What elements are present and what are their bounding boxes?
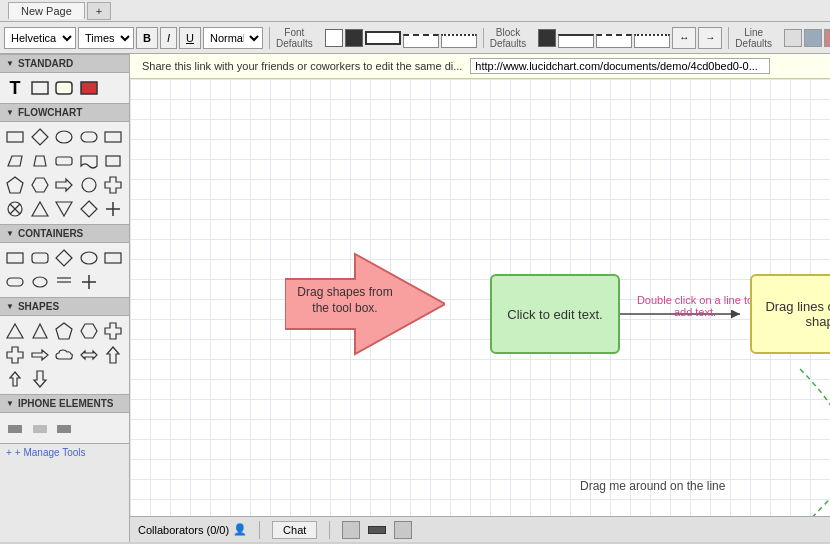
ct-oval[interactable] — [78, 247, 100, 269]
svg-rect-11 — [106, 156, 120, 166]
ct-rounded[interactable] — [29, 247, 51, 269]
arrow-shape[interactable]: Drag shapes from the tool box. — [285, 244, 445, 364]
fc-rect[interactable] — [4, 126, 26, 148]
fill-white-swatch[interactable] — [325, 29, 343, 47]
bold-button[interactable]: B — [136, 27, 158, 49]
fc-plus[interactable] — [102, 198, 124, 220]
fill-dark-swatch[interactable] — [345, 29, 363, 47]
fc-rect3[interactable] — [102, 150, 124, 172]
drag-me-label[interactable]: Drag me around on the line — [580, 479, 725, 493]
border-dashed-btn[interactable] — [403, 34, 439, 48]
line-color-swatch[interactable] — [538, 29, 556, 47]
yellow-box[interactable]: Drag lines out of any shape. — [750, 274, 830, 354]
section-containers[interactable]: ▼ CONTAINERS — [0, 224, 129, 243]
fc-rect2[interactable] — [102, 126, 124, 148]
arrow-end-btn[interactable]: → — [698, 27, 722, 49]
theme-btn-1[interactable] — [784, 29, 802, 47]
theme-btn-2[interactable] — [804, 29, 822, 47]
line-dotted-btn[interactable] — [634, 34, 670, 48]
ct-rect[interactable] — [4, 247, 26, 269]
font-family-1[interactable]: Helvetica — [4, 27, 76, 49]
fc-hexagon[interactable] — [29, 174, 51, 196]
fc-pentagon[interactable] — [4, 174, 26, 196]
collaborators-icon: 👤 — [233, 523, 247, 536]
svg-marker-40 — [81, 351, 97, 359]
bottom-icon-2[interactable] — [394, 521, 412, 539]
tab-plus[interactable]: + — [87, 2, 111, 20]
sh-cross[interactable] — [4, 344, 26, 366]
font-size-select[interactable]: Normal — [203, 27, 263, 49]
ip-rect2[interactable] — [29, 417, 51, 439]
main-canvas[interactable]: Drag shapes from the tool box. Click to … — [130, 79, 830, 517]
chat-button[interactable]: Chat — [272, 521, 317, 539]
underline-button[interactable]: U — [179, 27, 201, 49]
sh-arrow-up[interactable] — [102, 344, 124, 366]
arrow-both-btn[interactable]: ↔ — [672, 27, 696, 49]
sh-hexagon[interactable] — [78, 320, 100, 342]
svg-marker-37 — [56, 323, 72, 339]
sh-triangle2[interactable] — [29, 320, 51, 342]
fc-doc[interactable] — [78, 150, 100, 172]
ct-diamond[interactable] — [53, 247, 75, 269]
font-family-2[interactable]: Times — [78, 27, 134, 49]
zoom-control[interactable] — [368, 526, 386, 534]
fc-rounded2[interactable] — [53, 150, 75, 172]
fc-oval[interactable] — [53, 126, 75, 148]
line-dashed-btn[interactable] — [596, 34, 632, 48]
italic-button[interactable]: I — [160, 27, 177, 49]
theme-btn-3[interactable] — [824, 29, 830, 47]
section-flowchart[interactable]: ▼ FLOWCHART — [0, 103, 129, 122]
svg-point-27 — [81, 252, 97, 264]
section-iphone[interactable]: ▼ IPHONE ELEMENTS — [0, 394, 129, 413]
rect-shape[interactable] — [29, 77, 51, 99]
fc-trapezoid[interactable] — [29, 150, 51, 172]
fc-diamond[interactable] — [29, 126, 51, 148]
fc-arrow-right[interactable] — [53, 174, 75, 196]
sh-arrow-down[interactable] — [29, 368, 51, 390]
green-box[interactable]: Click to edit text. — [490, 274, 620, 354]
tab-new-page[interactable]: New Page — [8, 2, 85, 19]
ct-lines[interactable] — [53, 271, 75, 293]
fc-parallelogram[interactable] — [4, 150, 26, 172]
sh-arrow-up2[interactable] — [4, 368, 26, 390]
svg-marker-38 — [81, 324, 97, 338]
section-shapes[interactable]: ▼ SHAPES — [0, 297, 129, 316]
ct-rect2[interactable] — [102, 247, 124, 269]
line-solid-btn[interactable] — [558, 34, 594, 48]
svg-rect-46 — [57, 425, 71, 433]
svg-marker-8 — [8, 156, 22, 166]
ip-rect3[interactable] — [53, 417, 75, 439]
svg-marker-36 — [33, 324, 47, 338]
manage-tools-btn[interactable]: + + Manage Tools — [0, 443, 129, 461]
ip-rect1[interactable] — [4, 417, 26, 439]
bottom-icon-1[interactable] — [342, 521, 360, 539]
svg-rect-0 — [32, 82, 48, 94]
sh-pentagon[interactable] — [53, 320, 75, 342]
section-standard[interactable]: ▼ STANDARD — [0, 54, 129, 73]
svg-text:Drag shapes from: Drag shapes from — [297, 285, 392, 299]
red-filled-shape[interactable] — [78, 77, 100, 99]
svg-point-15 — [82, 178, 96, 192]
rounded-rect-shape[interactable] — [53, 77, 75, 99]
ct-dlines[interactable] — [78, 271, 100, 293]
text-shape[interactable]: T — [4, 77, 26, 99]
border-dotted-btn[interactable] — [441, 34, 477, 48]
ct-rounded2[interactable] — [4, 271, 26, 293]
fc-round-rect[interactable] — [78, 126, 100, 148]
fc-triangle-down[interactable] — [53, 198, 75, 220]
sh-triangle[interactable] — [4, 320, 26, 342]
fc-triangle-up[interactable] — [29, 198, 51, 220]
ct-oval2[interactable] — [29, 271, 51, 293]
fc-cross[interactable] — [102, 174, 124, 196]
share-url-input[interactable] — [470, 58, 770, 74]
fc-x-circle[interactable] — [4, 198, 26, 220]
fc-circle[interactable] — [78, 174, 100, 196]
sh-plus[interactable] — [102, 320, 124, 342]
svg-rect-24 — [7, 253, 23, 263]
sh-arrow-left-right[interactable] — [78, 344, 100, 366]
fc-diamond2[interactable] — [78, 198, 100, 220]
border-solid-btn[interactable] — [365, 31, 401, 45]
sh-cloud[interactable] — [53, 344, 75, 366]
sh-arrow-right[interactable] — [29, 344, 51, 366]
svg-rect-3 — [7, 132, 23, 142]
